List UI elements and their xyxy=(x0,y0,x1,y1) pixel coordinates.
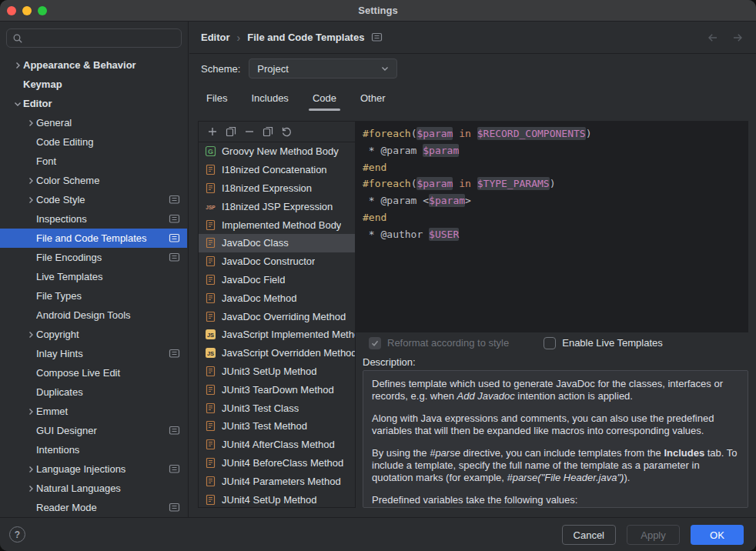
sidebar-item-gui-designer[interactable]: GUI Designer xyxy=(0,421,187,440)
chevron-spacer xyxy=(25,445,36,456)
sidebar-item-appearance-behavior[interactable]: Appearance & Behavior xyxy=(0,55,187,75)
sidebar-item-reader-mode[interactable]: Reader Mode xyxy=(0,498,187,517)
sidebar-item-color-scheme[interactable]: Color Scheme xyxy=(0,171,187,190)
chevron-right-icon[interactable] xyxy=(12,60,23,71)
remove-icon[interactable] xyxy=(241,124,257,140)
template-item-label: JUnit3 Test Method xyxy=(222,420,307,432)
sidebar-item-code-editing[interactable]: Code Editing xyxy=(0,132,187,152)
template-item-junit3-test-class[interactable]: JUnit3 Test Class xyxy=(199,399,355,417)
template-item-i18nized-concatenation[interactable]: I18nized Concatenation xyxy=(199,161,355,179)
template-item-javadoc-class[interactable]: JavaDoc Class xyxy=(199,234,355,252)
code-line: * @param $param xyxy=(363,142,748,159)
scheme-select[interactable]: Project xyxy=(249,58,397,78)
template-item-junit4-afterclass-method[interactable]: JUnit4 AfterClass Method xyxy=(199,436,355,454)
traffic-lights xyxy=(7,6,47,15)
template-item-javascript-overridden-method-body[interactable]: JSJavaScript Overridden Method Body xyxy=(199,344,355,362)
tab-includes[interactable]: Includes xyxy=(249,88,289,112)
sidebar-item-font[interactable]: Font xyxy=(0,152,187,171)
sidebar-item-code-style[interactable]: Code Style xyxy=(0,190,187,209)
scheme-row: Scheme: Project xyxy=(189,54,756,83)
zoom-window-button[interactable] xyxy=(38,6,47,15)
tab-other[interactable]: Other xyxy=(359,88,387,112)
breadcrumb-item-editor[interactable]: Editor xyxy=(201,32,230,43)
live-templates-checkbox[interactable] xyxy=(544,337,556,349)
template-item-label: JavaDoc Method xyxy=(222,292,297,304)
chevron-right-icon[interactable] xyxy=(25,483,36,494)
help-button[interactable]: ? xyxy=(9,526,25,543)
sidebar-item-language-injections[interactable]: Language Injections xyxy=(0,459,187,479)
template-item-junit4-setup-method[interactable]: JUnit4 SetUp Method xyxy=(199,490,355,507)
ok-button[interactable]: OK xyxy=(691,525,744,545)
sidebar-item-copyright[interactable]: Copyright xyxy=(0,325,187,344)
template-list-toolbar xyxy=(199,122,355,142)
template-code-editor[interactable]: #foreach($param in $RECORD_COMPONENTS) *… xyxy=(356,121,748,332)
template-item-javadoc-method[interactable]: JavaDoc Method xyxy=(199,289,355,307)
tab-code[interactable]: Code xyxy=(311,88,338,112)
sidebar-item-android-design-tools[interactable]: Android Design Tools xyxy=(0,306,187,325)
description-paragraph: Defines template which used to generate … xyxy=(372,378,739,402)
sidebar-item-label: Font xyxy=(36,155,180,167)
reset-icon[interactable] xyxy=(278,124,294,140)
minimize-window-button[interactable] xyxy=(22,6,32,15)
description-box[interactable]: Defines template which used to generate … xyxy=(363,370,748,508)
apply-button[interactable]: Apply xyxy=(627,525,680,545)
sidebar-item-editor[interactable]: Editor xyxy=(0,94,187,113)
sidebar-item-duplicates[interactable]: Duplicates xyxy=(0,382,187,402)
template-item-javascript-implemented-method-body[interactable]: JSJavaScript Implemented Method Body xyxy=(199,326,355,344)
sidebar-item-file-types[interactable]: File Types xyxy=(0,286,187,306)
forward-icon[interactable] xyxy=(731,32,744,44)
chevron-right-icon[interactable] xyxy=(25,464,36,475)
chevron-down-icon[interactable] xyxy=(12,99,23,109)
sidebar-item-compose-live-edit[interactable]: Compose Live Edit xyxy=(0,363,187,382)
settings-search-field[interactable] xyxy=(6,28,182,48)
template-item-implemented-method-body[interactable]: Implemented Method Body xyxy=(199,215,355,234)
sidebar-item-label: File and Code Templates xyxy=(36,232,164,244)
settings-search-input[interactable] xyxy=(27,32,176,44)
sidebar-item-live-templates[interactable]: Live Templates xyxy=(0,267,187,286)
description-label: Description: xyxy=(356,353,748,370)
template-item-groovy-new-method-body[interactable]: GGroovy New Method Body xyxy=(199,142,355,161)
template-item-i18nized-expression[interactable]: I18nized Expression xyxy=(199,179,355,198)
copy-icon[interactable] xyxy=(222,124,239,140)
template-item-label: Groovy New Method Body xyxy=(222,145,339,157)
template-item-javadoc-field[interactable]: JavaDoc Field xyxy=(199,271,355,289)
template-item-junit3-test-method[interactable]: JUnit3 Test Method xyxy=(199,417,355,436)
sidebar-item-natural-languages[interactable]: Natural Languages xyxy=(0,479,187,498)
chevron-down-icon xyxy=(380,63,390,74)
sidebar-item-inlay-hints[interactable]: Inlay Hints xyxy=(0,344,187,363)
sidebar-item-keymap[interactable]: Keymap xyxy=(0,75,187,94)
template-item-label: JavaScript Overridden Method Body xyxy=(222,347,355,359)
template-item-junit4-beforeclass-method[interactable]: JUnit4 BeforeClass Method xyxy=(199,454,355,473)
template-item-javadoc-constructor[interactable]: JavaDoc Constructor xyxy=(199,252,355,271)
chevron-right-icon[interactable] xyxy=(25,329,36,340)
chevron-right-icon[interactable] xyxy=(25,406,36,417)
sidebar-item-file-and-code-templates[interactable]: File and Code Templates xyxy=(0,229,187,248)
sidebar-item-general[interactable]: General xyxy=(0,113,187,132)
add-icon[interactable] xyxy=(204,124,220,140)
chevron-right-icon[interactable] xyxy=(25,118,36,129)
template-file-icon xyxy=(204,439,217,450)
template-item-i18nized-jsp-expression[interactable]: JSPI18nized JSP Expression xyxy=(199,197,355,215)
template-item-javadoc-overriding-method[interactable]: JavaDoc Overriding Method xyxy=(199,307,355,326)
chevron-right-icon[interactable] xyxy=(25,175,36,186)
template-item-junit3-setup-method[interactable]: JUnit3 SetUp Method xyxy=(199,362,355,381)
cancel-button[interactable]: Cancel xyxy=(562,525,616,545)
template-item-junit4-parameters-method[interactable]: JUnit4 Parameters Method xyxy=(199,472,355,490)
close-window-button[interactable] xyxy=(7,6,16,15)
sidebar-item-inspections[interactable]: Inspections xyxy=(0,209,187,229)
monitor-icon xyxy=(169,213,180,225)
reformat-checkbox[interactable] xyxy=(369,337,381,349)
back-icon[interactable] xyxy=(707,32,719,44)
sidebar-item-intentions[interactable]: Intentions xyxy=(0,440,187,459)
sidebar-item-file-encodings[interactable]: File Encodings xyxy=(0,248,187,267)
sidebar-item-emmet[interactable]: Emmet xyxy=(0,402,187,421)
monitor-icon xyxy=(169,502,180,513)
monitor-icon xyxy=(169,348,180,359)
chevron-right-icon[interactable] xyxy=(25,195,36,205)
duplicate-icon[interactable] xyxy=(259,124,276,140)
template-item-junit3-teardown-method[interactable]: JUnit3 TearDown Method xyxy=(199,380,355,399)
jsp-file-icon: JSP xyxy=(204,201,217,212)
tab-files[interactable]: Files xyxy=(205,88,229,112)
template-item-label: I18nized JSP Expression xyxy=(222,201,333,212)
template-item-label: JavaDoc Overriding Method xyxy=(222,311,346,322)
